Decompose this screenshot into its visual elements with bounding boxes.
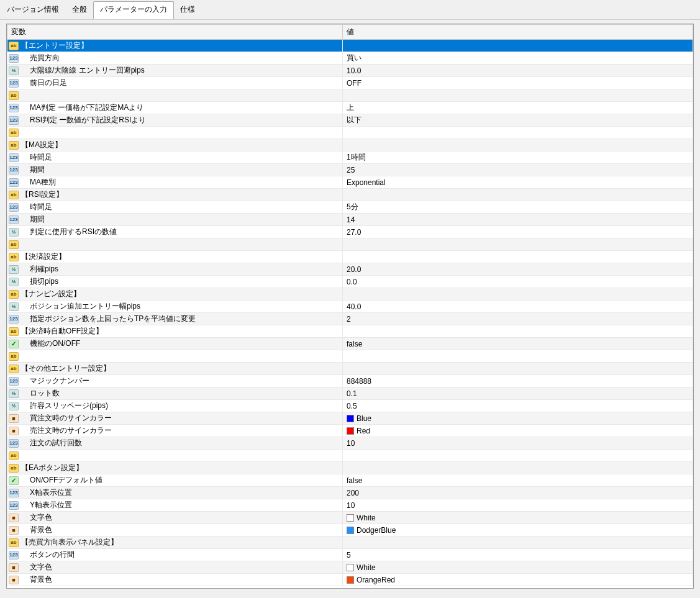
row-value: 40.0 [347,302,361,311]
type-icon-1e2: ½ [9,302,19,311]
column-header-value[interactable]: 値 [343,25,693,40]
type-icon-bool: ✓ [9,476,19,485]
row-name: 売注文時のサインカラー [21,425,112,436]
table-row[interactable]: 123RSI判定 ー数値が下記設定RSIより以下 [7,114,693,127]
type-icon-123: 123 [9,501,19,510]
table-row[interactable]: ab [7,127,693,139]
row-name: 判定に使用するRSIの数値 [21,227,117,237]
type-icon-1e2: ½ [9,278,19,286]
type-icon-abc: ab [9,365,19,373]
row-name: Y軸表示位置 [21,500,72,510]
type-icon-1e2: ½ [9,402,19,410]
row-name: 【決済設定】 [21,251,66,262]
table-row[interactable]: ab [7,238,693,251]
table-row[interactable]: ✓ON/OFFデフォルト値false [7,474,693,487]
table-row[interactable]: ½判定に使用するRSIの数値27.0 [7,226,693,238]
row-name: 時間足 [21,152,52,163]
color-swatch [347,527,354,534]
row-value: false [347,476,362,485]
table-row[interactable]: ½利確pips20.0 [7,263,693,276]
table-row[interactable]: 123期間25 [7,164,693,176]
row-value: 0.5 [347,402,357,410]
tab-1[interactable]: 全般 [65,1,94,19]
type-icon-123: 123 [9,215,19,224]
table-row[interactable]: ■売注文時のサインカラーRed [7,425,693,437]
table-row[interactable]: 123ボタンの行間5 [7,549,693,561]
table-row[interactable]: 123指定ポジション数を上回ったらTPを平均値に変更2 [7,313,693,325]
table-row[interactable]: ½大陽線/大陰線 エントリー回避pips10.0 [7,65,693,77]
table-row[interactable]: 123X軸表示位置200 [7,487,693,499]
table-row[interactable]: 123注文の試行回数10 [7,437,693,450]
row-value: 27.0 [347,228,361,237]
table-row[interactable]: 123前日の日足OFF [7,77,693,89]
table-row[interactable]: ab【その他エントリー設定】 [7,363,693,375]
table-row[interactable]: ■買注文時のサインカラーBlue [7,412,693,425]
row-name: 文字色 [21,512,52,523]
row-value: 10 [347,439,355,448]
row-name: ポジション追加エントリー幅pips [21,301,140,312]
table-row[interactable]: ab【エントリー設定】 [7,40,693,52]
type-icon-123: 123 [9,116,19,125]
row-name: X軸表示位置 [21,487,72,498]
type-icon-1e2: ½ [9,66,19,75]
table-row[interactable]: ab [7,89,693,102]
row-value: 0.1 [347,389,357,398]
table-row[interactable]: ½ポジション追加エントリー幅pips40.0 [7,301,693,313]
type-icon-color: ■ [9,414,19,423]
row-value: 2 [347,315,351,324]
table-row[interactable]: ½許容スリッページ(pips)0.5 [7,400,693,412]
table-row[interactable]: ab【決済設定】 [7,251,693,263]
tab-3[interactable]: 仕様 [173,1,202,19]
table-row[interactable]: 123時間足5分 [7,201,693,214]
table-row[interactable]: ■文字色White [7,561,693,574]
table-row[interactable]: ab【ナンピン設定】 [7,288,693,301]
type-icon-bool: ✓ [9,340,19,348]
table-row[interactable]: ½ロット数0.1 [7,387,693,400]
type-icon-abc: ab [9,129,19,137]
row-name: 【RSI設定】 [21,189,63,200]
table-row[interactable]: 123Y軸表示位置10 [7,499,693,512]
row-value: 買い [347,53,361,63]
type-icon-123: 123 [9,489,19,497]
row-value: 1時間 [347,152,366,163]
row-name: 売買方向 [21,53,60,63]
table-row[interactable]: 123時間足1時間 [7,152,693,164]
type-icon-color: ■ [9,563,19,572]
table-row[interactable]: 123MA種別Exponential [7,176,693,189]
row-value: 20.0 [347,265,361,274]
table-row[interactable]: 123マジックナンバー884888 [7,375,693,387]
type-icon-123: 123 [9,153,19,162]
row-name: 背景色 [21,525,52,535]
table-row[interactable]: ✓機能のON/OFFfalse [7,338,693,350]
row-name: 【決済時自動OFF設定】 [21,326,103,337]
row-value: 14 [347,215,355,224]
row-name: 背景色 [21,574,52,585]
table-row[interactable]: ab【EAボタン設定】 [7,462,693,474]
table-row[interactable]: ab【売買方向表示パネル設定】 [7,537,693,549]
parameter-table-wrapper: 変数 値 ab【エントリー設定】123売買方向買い½大陽線/大陰線 エントリー回… [6,24,694,589]
table-row[interactable]: ½損切pips0.0 [7,276,693,288]
type-icon-123: 123 [9,203,19,212]
type-icon-1e2: ½ [9,228,19,237]
row-name: 文字色 [21,562,52,573]
table-row[interactable]: 123売買方向買い [7,52,693,65]
table-row[interactable]: ab【RSI設定】 [7,189,693,201]
type-icon-abc: ab [9,464,19,473]
table-row[interactable]: ■背景色DodgerBlue [7,524,693,537]
table-row[interactable]: ab【MA設定】 [7,139,693,152]
table-row[interactable]: ab【決済時自動OFF設定】 [7,325,693,338]
table-row[interactable]: ab [7,350,693,363]
table-row[interactable]: ■文字色White [7,512,693,524]
tab-0[interactable]: バージョン情報 [0,1,66,19]
table-row[interactable]: ab [7,450,693,462]
column-header-variable[interactable]: 変数 [7,25,343,40]
table-row[interactable]: 123MA判定 ー価格が下記設定MAより上 [7,102,693,114]
table-row[interactable]: 123期間14 [7,214,693,226]
type-icon-123: 123 [9,551,19,559]
row-value: Red [357,427,370,435]
type-icon-abc: ab [9,42,19,50]
row-value: DodgerBlue [357,526,396,535]
table-row[interactable]: ■背景色OrangeRed [7,574,693,586]
tab-2[interactable]: パラメーターの入力 [93,1,174,19]
row-value: 5 [347,551,351,559]
